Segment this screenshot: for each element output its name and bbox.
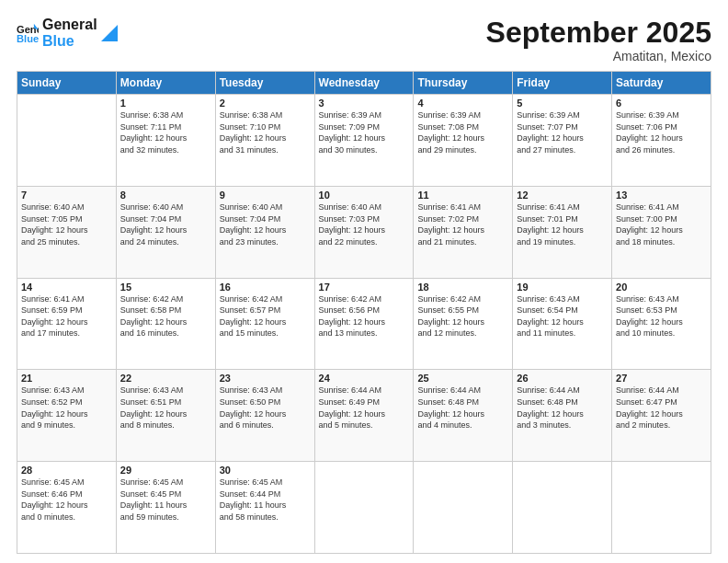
col-header-saturday: Saturday <box>612 72 711 95</box>
calendar-table: SundayMondayTuesdayWednesdayThursdayFrid… <box>17 71 711 554</box>
logo-blue: Blue <box>42 33 97 50</box>
day-cell: 16Sunrise: 6:42 AM Sunset: 6:57 PM Dayli… <box>215 278 314 370</box>
day-number: 3 <box>319 98 410 109</box>
month-title: September 2025 <box>486 17 711 49</box>
day-info: Sunrise: 6:43 AM Sunset: 6:54 PM Dayligh… <box>517 293 608 339</box>
day-number: 4 <box>417 98 508 109</box>
week-row-2: 14Sunrise: 6:41 AM Sunset: 6:59 PM Dayli… <box>17 278 711 370</box>
day-info: Sunrise: 6:40 AM Sunset: 7:05 PM Dayligh… <box>21 201 112 247</box>
day-info: Sunrise: 6:42 AM Sunset: 6:58 PM Dayligh… <box>120 293 211 339</box>
col-header-tuesday: Tuesday <box>215 72 314 95</box>
day-cell <box>414 462 513 554</box>
day-cell: 10Sunrise: 6:40 AM Sunset: 7:03 PM Dayli… <box>314 186 414 278</box>
week-row-4: 28Sunrise: 6:45 AM Sunset: 6:46 PM Dayli… <box>17 462 711 554</box>
title-block: September 2025 Amatitan, Mexico <box>486 17 711 63</box>
day-number: 6 <box>616 98 707 109</box>
calendar-header-row: SundayMondayTuesdayWednesdayThursdayFrid… <box>17 72 711 95</box>
day-cell: 13Sunrise: 6:41 AM Sunset: 7:00 PM Dayli… <box>612 186 711 278</box>
day-cell: 4Sunrise: 6:39 AM Sunset: 7:08 PM Daylig… <box>414 95 513 187</box>
day-number: 15 <box>120 282 211 293</box>
day-info: Sunrise: 6:44 AM Sunset: 6:47 PM Dayligh… <box>616 385 707 431</box>
day-cell: 29Sunrise: 6:45 AM Sunset: 6:45 PM Dayli… <box>116 462 215 554</box>
day-info: Sunrise: 6:43 AM Sunset: 6:51 PM Dayligh… <box>120 385 211 431</box>
day-cell: 22Sunrise: 6:43 AM Sunset: 6:51 PM Dayli… <box>116 370 215 462</box>
day-info: Sunrise: 6:42 AM Sunset: 6:56 PM Dayligh… <box>319 293 410 339</box>
day-info: Sunrise: 6:39 AM Sunset: 7:09 PM Dayligh… <box>319 109 410 155</box>
day-number: 7 <box>21 190 112 201</box>
day-number: 19 <box>517 282 608 293</box>
day-number: 17 <box>319 282 410 293</box>
svg-marker-3 <box>101 25 118 41</box>
day-cell: 2Sunrise: 6:38 AM Sunset: 7:10 PM Daylig… <box>215 95 314 187</box>
day-info: Sunrise: 6:38 AM Sunset: 7:10 PM Dayligh… <box>220 109 311 155</box>
day-info: Sunrise: 6:39 AM Sunset: 7:06 PM Dayligh… <box>616 109 707 155</box>
day-number: 9 <box>220 190 311 201</box>
day-cell: 25Sunrise: 6:44 AM Sunset: 6:48 PM Dayli… <box>414 370 513 462</box>
day-info: Sunrise: 6:41 AM Sunset: 7:02 PM Dayligh… <box>417 201 508 247</box>
day-cell: 20Sunrise: 6:43 AM Sunset: 6:53 PM Dayli… <box>612 278 711 370</box>
day-info: Sunrise: 6:38 AM Sunset: 7:11 PM Dayligh… <box>120 109 211 155</box>
day-number: 14 <box>21 282 112 293</box>
day-cell: 12Sunrise: 6:41 AM Sunset: 7:01 PM Dayli… <box>513 186 612 278</box>
day-cell: 24Sunrise: 6:44 AM Sunset: 6:49 PM Dayli… <box>314 370 414 462</box>
day-info: Sunrise: 6:43 AM Sunset: 6:52 PM Dayligh… <box>21 385 112 431</box>
day-info: Sunrise: 6:41 AM Sunset: 7:01 PM Dayligh… <box>517 201 608 247</box>
day-cell <box>513 462 612 554</box>
week-row-3: 21Sunrise: 6:43 AM Sunset: 6:52 PM Dayli… <box>17 370 711 462</box>
logo-icon: General Blue <box>17 22 39 44</box>
week-row-0: 1Sunrise: 6:38 AM Sunset: 7:11 PM Daylig… <box>17 95 711 187</box>
day-info: Sunrise: 6:44 AM Sunset: 6:48 PM Dayligh… <box>517 385 608 431</box>
logo-triangle-icon <box>101 25 118 41</box>
day-info: Sunrise: 6:45 AM Sunset: 6:44 PM Dayligh… <box>220 477 311 523</box>
day-cell <box>17 95 117 187</box>
day-cell: 5Sunrise: 6:39 AM Sunset: 7:07 PM Daylig… <box>513 95 612 187</box>
day-cell: 18Sunrise: 6:42 AM Sunset: 6:55 PM Dayli… <box>414 278 513 370</box>
day-number: 28 <box>21 465 112 476</box>
col-header-thursday: Thursday <box>414 72 513 95</box>
day-cell: 27Sunrise: 6:44 AM Sunset: 6:47 PM Dayli… <box>612 370 711 462</box>
day-number: 12 <box>517 190 608 201</box>
day-number: 30 <box>220 465 311 476</box>
day-number: 18 <box>417 282 508 293</box>
col-header-wednesday: Wednesday <box>314 72 414 95</box>
day-cell: 9Sunrise: 6:40 AM Sunset: 7:04 PM Daylig… <box>215 186 314 278</box>
day-cell: 28Sunrise: 6:45 AM Sunset: 6:46 PM Dayli… <box>17 462 117 554</box>
day-info: Sunrise: 6:43 AM Sunset: 6:50 PM Dayligh… <box>220 385 311 431</box>
day-info: Sunrise: 6:42 AM Sunset: 6:57 PM Dayligh… <box>220 293 311 339</box>
day-number: 16 <box>220 282 311 293</box>
day-cell <box>612 462 711 554</box>
header: General Blue General Blue September 2025… <box>17 17 711 63</box>
day-number: 1 <box>120 98 211 109</box>
day-number: 27 <box>616 373 707 384</box>
day-cell: 21Sunrise: 6:43 AM Sunset: 6:52 PM Dayli… <box>17 370 117 462</box>
day-number: 11 <box>417 190 508 201</box>
day-cell: 1Sunrise: 6:38 AM Sunset: 7:11 PM Daylig… <box>116 95 215 187</box>
day-number: 21 <box>21 373 112 384</box>
col-header-monday: Monday <box>116 72 215 95</box>
day-number: 29 <box>120 465 211 476</box>
day-number: 26 <box>517 373 608 384</box>
day-cell: 7Sunrise: 6:40 AM Sunset: 7:05 PM Daylig… <box>17 186 117 278</box>
day-cell: 23Sunrise: 6:43 AM Sunset: 6:50 PM Dayli… <box>215 370 314 462</box>
location: Amatitan, Mexico <box>486 49 711 63</box>
day-cell <box>314 462 414 554</box>
day-cell: 14Sunrise: 6:41 AM Sunset: 6:59 PM Dayli… <box>17 278 117 370</box>
week-row-1: 7Sunrise: 6:40 AM Sunset: 7:05 PM Daylig… <box>17 186 711 278</box>
day-info: Sunrise: 6:43 AM Sunset: 6:53 PM Dayligh… <box>616 293 707 339</box>
day-number: 2 <box>220 98 311 109</box>
day-info: Sunrise: 6:45 AM Sunset: 6:46 PM Dayligh… <box>21 477 112 523</box>
day-number: 23 <box>220 373 311 384</box>
col-header-friday: Friday <box>513 72 612 95</box>
day-info: Sunrise: 6:44 AM Sunset: 6:48 PM Dayligh… <box>417 385 508 431</box>
col-header-sunday: Sunday <box>17 72 117 95</box>
logo-general: General <box>42 17 97 33</box>
day-info: Sunrise: 6:42 AM Sunset: 6:55 PM Dayligh… <box>417 293 508 339</box>
day-info: Sunrise: 6:39 AM Sunset: 7:08 PM Dayligh… <box>417 109 508 155</box>
day-number: 22 <box>120 373 211 384</box>
day-info: Sunrise: 6:41 AM Sunset: 7:00 PM Dayligh… <box>616 201 707 247</box>
day-number: 24 <box>319 373 410 384</box>
page: General Blue General Blue September 2025… <box>0 0 728 563</box>
day-number: 5 <box>517 98 608 109</box>
day-cell: 6Sunrise: 6:39 AM Sunset: 7:06 PM Daylig… <box>612 95 711 187</box>
day-number: 8 <box>120 190 211 201</box>
